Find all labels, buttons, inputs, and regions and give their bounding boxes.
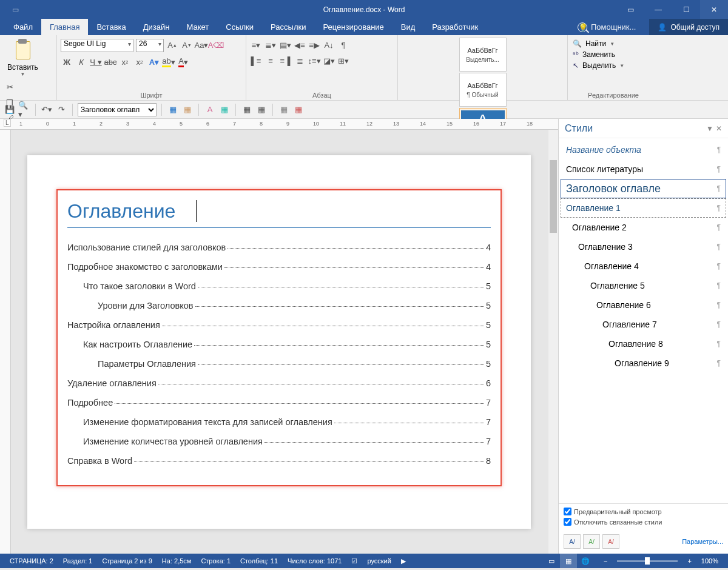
change-case-icon[interactable]: Aa▾ [195,39,207,51]
tab-рецензирование[interactable]: Рецензирование [314,19,392,35]
style-quick-select[interactable]: Заголовок оглавл [78,103,157,116]
find-icon[interactable]: 🔍▾ [18,104,30,116]
clear-format-icon[interactable]: A⌫ [210,39,222,51]
tab-ссылки[interactable]: Ссылки [217,19,262,35]
styles-options-link[interactable]: Параметры... [682,538,723,545]
tab-рассылки[interactable]: Рассылки [262,19,314,35]
styles-pane-item[interactable]: Оглавление 2¶ [561,218,726,237]
ribbon-collapse-icon[interactable]: ▭ [616,0,644,19]
bullets-icon[interactable]: ≡▾ [250,39,262,51]
horizontal-ruler[interactable]: L 10123456789101112131415161718 [0,119,558,130]
styles-pane-item[interactable]: Оглавление 6¶ [561,295,726,315]
styles-pane-item[interactable]: Название объекта¶ [561,140,726,159]
borders-icon[interactable]: ⊞▾ [337,55,349,67]
status-at[interactable]: На: 2,5см [157,557,197,565]
vertical-scrollbar[interactable] [548,130,558,554]
tab-макет[interactable]: Макет [178,19,217,35]
text-effects-icon[interactable]: A▾ [148,56,160,68]
qat-icon-6[interactable]: ▦ [255,104,268,116]
qat-icon-8[interactable]: ▦ [292,104,305,116]
styles-pane-item[interactable]: Оглавление 5¶ [561,276,726,295]
justify-icon[interactable]: ≣ [294,55,306,67]
strikethrough-button[interactable]: abc [104,56,116,68]
redo-icon[interactable]: ↷ [55,104,67,116]
tell-me[interactable]: 💡Помощник... [569,19,644,35]
decrease-indent-icon[interactable]: ◀≡ [294,39,306,51]
replace-button[interactable]: ᵃᵇЗаменить [571,50,655,59]
shading-icon[interactable]: ◪▾ [323,55,335,67]
line-spacing-icon[interactable]: ↕≡▾ [308,55,320,67]
print-layout-icon[interactable]: ▦ [560,554,577,568]
style-inspector-icon[interactable]: A/ [583,534,600,549]
save-icon[interactable]: 💾 [4,104,16,116]
styles-pane-item[interactable]: Заголовок оглавле¶ [561,179,726,198]
style-gallery-item[interactable]: АаБбВвГгВыделить... [459,38,507,72]
styles-pane-item[interactable]: Список литературы¶ [561,159,726,179]
sort-icon[interactable]: A↓ [323,39,335,51]
zoom-slider[interactable] [617,560,678,562]
numbering-icon[interactable]: ≣▾ [265,39,277,51]
zoom-out-icon[interactable]: − [599,557,612,565]
underline-button[interactable]: Ч ▾ [90,56,102,68]
status-macro-icon[interactable]: ▶ [396,557,411,565]
status-words[interactable]: Число слов: 1071 [283,557,346,565]
status-col[interactable]: Столбец: 11 [235,557,283,565]
font-color-icon[interactable]: A▾ [177,56,189,68]
find-button[interactable]: 🔍Найти ▼ [571,39,655,49]
qat-icon-4[interactable]: ▦ [218,104,231,116]
superscript-button[interactable]: x2 [133,56,146,68]
preview-checkbox[interactable]: Предварительный просмотр [564,508,723,515]
shrink-font-icon[interactable]: A▼ [181,39,193,51]
styles-pane-close-icon[interactable]: ✕ [716,124,722,133]
status-section[interactable]: Раздел: 1 [58,557,98,565]
manage-styles-icon[interactable]: A/ [602,534,619,549]
document-page[interactable]: Оглавление Использование стилей для заго… [27,155,531,529]
new-style-icon[interactable]: A/ [564,534,581,549]
qat-icon-3[interactable]: A [204,104,216,116]
web-layout-icon[interactable]: 🌐 [577,554,594,568]
status-line[interactable]: Строка: 1 [196,557,235,565]
minimize-button[interactable]: — [644,0,672,19]
qat-icon-1[interactable]: ▦ [167,104,179,116]
tab-вид[interactable]: Вид [393,19,424,35]
font-size-select[interactable]: 26 [136,39,164,52]
status-language[interactable]: русский [362,557,396,565]
status-proof-icon[interactable]: ☑ [346,557,362,565]
styles-pane-item[interactable]: Оглавление 4¶ [561,256,726,276]
qat-icon-7[interactable]: ▦ [278,104,290,116]
styles-pane-dropdown-icon[interactable]: ▼ [706,124,713,133]
disable-linked-checkbox[interactable]: Отключить связанные стили [564,518,723,526]
show-marks-icon[interactable]: ¶ [337,39,349,51]
styles-pane-item[interactable]: Оглавление 3¶ [561,237,726,256]
highlight-icon[interactable]: ab▾ [163,56,175,68]
qat-icon-2[interactable]: ▦ [181,104,194,116]
vertical-ruler[interactable] [0,130,11,554]
read-mode-icon[interactable]: ▭ [543,554,560,568]
share-button[interactable]: 👤 Общий доступ [649,19,728,35]
undo-icon[interactable]: ↶▾ [41,104,53,116]
qat-icon-5[interactable]: ▦ [241,104,253,116]
style-gallery-item[interactable]: АаБбВвГг¶ Обычный [459,73,507,107]
styles-pane-item[interactable]: Оглавление 7¶ [561,315,726,334]
close-button[interactable]: ✕ [700,0,728,19]
tab-разработчик[interactable]: Разработчик [423,19,487,35]
align-left-icon[interactable]: ▌≡ [250,55,262,67]
align-center-icon[interactable]: ≡ [265,55,277,67]
multilevel-list-icon[interactable]: ▤▾ [279,39,291,51]
select-button[interactable]: ↖Выделить ▼ [571,61,655,70]
tab-главная[interactable]: Главная [41,19,88,35]
increase-indent-icon[interactable]: ≡▶ [308,39,320,51]
tab-вставка[interactable]: Вставка [88,19,134,35]
tab-дизайн[interactable]: Дизайн [135,19,178,35]
subscript-button[interactable]: x2 [119,56,131,68]
status-page[interactable]: СТРАНИЦА: 2 [5,557,58,565]
font-family-select[interactable]: Segoe UI Lig [61,39,133,52]
paste-button[interactable]: Вставить ▼ [4,38,42,78]
styles-pane-item[interactable]: Оглавление 8¶ [561,334,726,354]
bold-button[interactable]: Ж [61,56,73,68]
zoom-value[interactable]: 100% [696,557,723,565]
cut-icon[interactable]: ✂ [4,81,16,93]
styles-pane-item[interactable]: Оглавление 9¶ [561,354,726,373]
align-right-icon[interactable]: ≡▐ [279,55,291,67]
maximize-button[interactable]: ☐ [672,0,700,19]
